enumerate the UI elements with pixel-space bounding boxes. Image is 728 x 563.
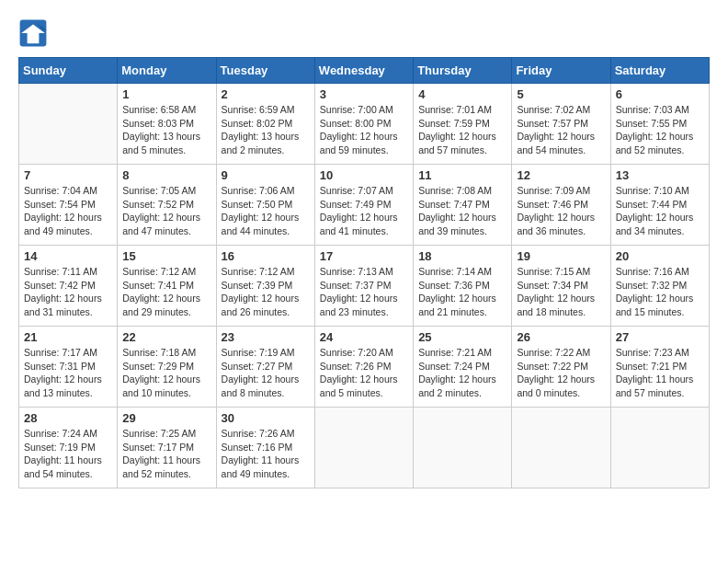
day-info: Sunrise: 7:23 AM Sunset: 7:21 PM Dayligh… (616, 346, 704, 400)
calendar-cell: 18Sunrise: 7:14 AM Sunset: 7:36 PM Dayli… (414, 246, 512, 327)
day-number: 25 (418, 330, 506, 344)
week-row-3: 14Sunrise: 7:11 AM Sunset: 7:42 PM Dayli… (19, 246, 710, 327)
day-number: 9 (222, 168, 310, 182)
calendar-cell: 3Sunrise: 7:00 AM Sunset: 8:00 PM Daylig… (314, 84, 413, 165)
calendar-cell: 13Sunrise: 7:10 AM Sunset: 7:44 PM Dayli… (610, 165, 709, 246)
calendar-cell: 7Sunrise: 7:04 AM Sunset: 7:54 PM Daylig… (19, 165, 118, 246)
day-number: 5 (517, 87, 605, 101)
calendar-cell: 2Sunrise: 6:59 AM Sunset: 8:02 PM Daylig… (216, 84, 314, 165)
day-number: 16 (222, 249, 310, 263)
day-info: Sunrise: 7:24 AM Sunset: 7:19 PM Dayligh… (24, 427, 112, 481)
col-header-wednesday: Wednesday (314, 58, 413, 84)
day-info: Sunrise: 7:06 AM Sunset: 7:50 PM Dayligh… (222, 184, 310, 238)
calendar-cell: 29Sunrise: 7:25 AM Sunset: 7:17 PM Dayli… (118, 408, 216, 488)
day-number: 14 (24, 249, 112, 263)
calendar-cell: 24Sunrise: 7:20 AM Sunset: 7:26 PM Dayli… (314, 327, 413, 408)
day-info: Sunrise: 7:12 AM Sunset: 7:41 PM Dayligh… (122, 265, 210, 319)
day-number: 24 (320, 330, 408, 344)
day-number: 30 (222, 411, 310, 425)
day-info: Sunrise: 7:25 AM Sunset: 7:17 PM Dayligh… (122, 427, 210, 481)
day-info: Sunrise: 7:09 AM Sunset: 7:46 PM Dayligh… (517, 184, 605, 238)
calendar-cell: 10Sunrise: 7:07 AM Sunset: 7:49 PM Dayli… (314, 165, 413, 246)
calendar-cell: 5Sunrise: 7:02 AM Sunset: 7:57 PM Daylig… (512, 84, 610, 165)
calendar-cell: 14Sunrise: 7:11 AM Sunset: 7:42 PM Dayli… (19, 246, 118, 327)
calendar-cell: 1Sunrise: 6:58 AM Sunset: 8:03 PM Daylig… (118, 84, 216, 165)
calendar-cell: 21Sunrise: 7:17 AM Sunset: 7:31 PM Dayli… (19, 327, 118, 408)
day-info: Sunrise: 7:19 AM Sunset: 7:27 PM Dayligh… (222, 346, 310, 400)
day-number: 12 (517, 168, 605, 182)
day-number: 21 (24, 330, 112, 344)
calendar-header: SundayMondayTuesdayWednesdayThursdayFrid… (19, 58, 710, 84)
calendar-cell: 16Sunrise: 7:12 AM Sunset: 7:39 PM Dayli… (216, 246, 314, 327)
col-header-thursday: Thursday (414, 58, 512, 84)
col-header-sunday: Sunday (19, 58, 118, 84)
day-info: Sunrise: 7:03 AM Sunset: 7:55 PM Dayligh… (616, 103, 704, 157)
day-number: 13 (616, 168, 704, 182)
day-number: 22 (122, 330, 210, 344)
day-info: Sunrise: 6:58 AM Sunset: 8:03 PM Dayligh… (122, 103, 210, 157)
day-number: 29 (122, 411, 210, 425)
day-info: Sunrise: 7:11 AM Sunset: 7:42 PM Dayligh… (24, 265, 112, 319)
day-info: Sunrise: 7:08 AM Sunset: 7:47 PM Dayligh… (418, 184, 506, 238)
day-info: Sunrise: 7:02 AM Sunset: 7:57 PM Dayligh… (517, 103, 605, 157)
calendar-cell: 23Sunrise: 7:19 AM Sunset: 7:27 PM Dayli… (216, 327, 314, 408)
logo (18, 18, 51, 48)
calendar-cell: 17Sunrise: 7:13 AM Sunset: 7:37 PM Dayli… (314, 246, 413, 327)
day-number: 17 (320, 249, 408, 263)
day-number: 19 (517, 249, 605, 263)
calendar-cell: 20Sunrise: 7:16 AM Sunset: 7:32 PM Dayli… (610, 246, 709, 327)
day-number: 23 (222, 330, 310, 344)
calendar-cell (414, 408, 512, 488)
calendar-cell: 12Sunrise: 7:09 AM Sunset: 7:46 PM Dayli… (512, 165, 610, 246)
calendar-cell: 25Sunrise: 7:21 AM Sunset: 7:24 PM Dayli… (414, 327, 512, 408)
calendar-cell: 28Sunrise: 7:24 AM Sunset: 7:19 PM Dayli… (19, 408, 118, 488)
calendar-table: SundayMondayTuesdayWednesdayThursdayFrid… (18, 57, 710, 488)
day-number: 20 (616, 249, 704, 263)
week-row-1: 1Sunrise: 6:58 AM Sunset: 8:03 PM Daylig… (19, 84, 710, 165)
day-number: 27 (616, 330, 704, 344)
day-info: Sunrise: 7:00 AM Sunset: 8:00 PM Dayligh… (320, 103, 408, 157)
day-number: 2 (222, 87, 310, 101)
day-number: 11 (418, 168, 506, 182)
page-header (18, 18, 710, 48)
day-number: 28 (24, 411, 112, 425)
day-number: 6 (616, 87, 704, 101)
calendar-cell: 27Sunrise: 7:23 AM Sunset: 7:21 PM Dayli… (610, 327, 709, 408)
calendar-cell: 22Sunrise: 7:18 AM Sunset: 7:29 PM Dayli… (118, 327, 216, 408)
calendar-cell (610, 408, 709, 488)
calendar-cell: 11Sunrise: 7:08 AM Sunset: 7:47 PM Dayli… (414, 165, 512, 246)
day-info: Sunrise: 6:59 AM Sunset: 8:02 PM Dayligh… (222, 103, 310, 157)
logo-icon (18, 18, 48, 48)
col-header-friday: Friday (512, 58, 610, 84)
day-info: Sunrise: 7:20 AM Sunset: 7:26 PM Dayligh… (320, 346, 408, 400)
col-header-monday: Monday (118, 58, 216, 84)
day-info: Sunrise: 7:16 AM Sunset: 7:32 PM Dayligh… (616, 265, 704, 319)
col-header-saturday: Saturday (610, 58, 709, 84)
calendar-cell (19, 84, 118, 165)
day-number: 3 (320, 87, 408, 101)
day-info: Sunrise: 7:10 AM Sunset: 7:44 PM Dayligh… (616, 184, 704, 238)
day-info: Sunrise: 7:15 AM Sunset: 7:34 PM Dayligh… (517, 265, 605, 319)
day-number: 10 (320, 168, 408, 182)
day-info: Sunrise: 7:18 AM Sunset: 7:29 PM Dayligh… (122, 346, 210, 400)
calendar-cell (512, 408, 610, 488)
col-header-tuesday: Tuesday (216, 58, 314, 84)
week-row-4: 21Sunrise: 7:17 AM Sunset: 7:31 PM Dayli… (19, 327, 710, 408)
day-info: Sunrise: 7:17 AM Sunset: 7:31 PM Dayligh… (24, 346, 112, 400)
week-row-2: 7Sunrise: 7:04 AM Sunset: 7:54 PM Daylig… (19, 165, 710, 246)
calendar-cell: 8Sunrise: 7:05 AM Sunset: 7:52 PM Daylig… (118, 165, 216, 246)
calendar-cell: 9Sunrise: 7:06 AM Sunset: 7:50 PM Daylig… (216, 165, 314, 246)
calendar-cell: 4Sunrise: 7:01 AM Sunset: 7:59 PM Daylig… (414, 84, 512, 165)
day-info: Sunrise: 7:22 AM Sunset: 7:22 PM Dayligh… (517, 346, 605, 400)
day-info: Sunrise: 7:21 AM Sunset: 7:24 PM Dayligh… (418, 346, 506, 400)
day-info: Sunrise: 7:01 AM Sunset: 7:59 PM Dayligh… (418, 103, 506, 157)
calendar-cell: 19Sunrise: 7:15 AM Sunset: 7:34 PM Dayli… (512, 246, 610, 327)
day-number: 1 (122, 87, 210, 101)
calendar-cell: 15Sunrise: 7:12 AM Sunset: 7:41 PM Dayli… (118, 246, 216, 327)
week-row-5: 28Sunrise: 7:24 AM Sunset: 7:19 PM Dayli… (19, 408, 710, 488)
day-info: Sunrise: 7:12 AM Sunset: 7:39 PM Dayligh… (222, 265, 310, 319)
day-info: Sunrise: 7:14 AM Sunset: 7:36 PM Dayligh… (418, 265, 506, 319)
day-info: Sunrise: 7:05 AM Sunset: 7:52 PM Dayligh… (122, 184, 210, 238)
calendar-cell: 6Sunrise: 7:03 AM Sunset: 7:55 PM Daylig… (610, 84, 709, 165)
calendar-cell: 30Sunrise: 7:26 AM Sunset: 7:16 PM Dayli… (216, 408, 314, 488)
